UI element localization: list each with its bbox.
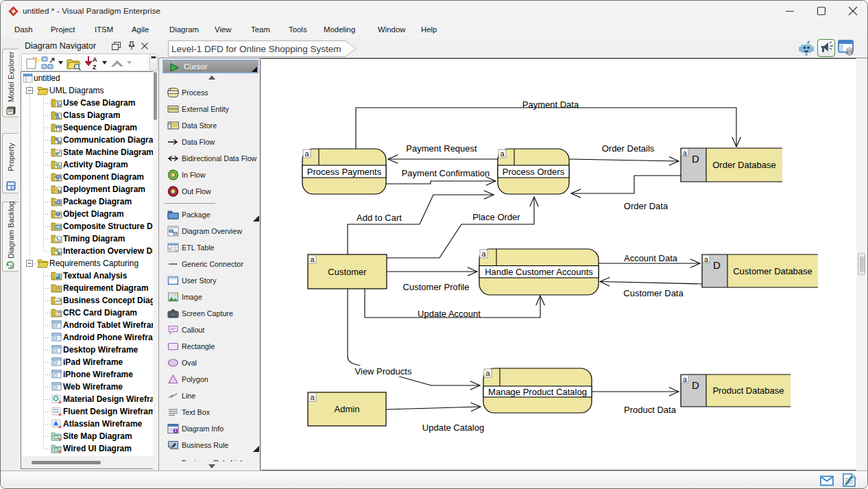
svg-text:a: a bbox=[485, 369, 490, 377]
svg-text:Order Data: Order Data bbox=[624, 201, 668, 211]
svg-text:Payment Request: Payment Request bbox=[406, 143, 477, 154]
svg-text:Z: Z bbox=[93, 64, 97, 71]
svg-text:Manage Product Catalog: Manage Product Catalog bbox=[488, 387, 587, 397]
svg-text:D: D bbox=[692, 379, 699, 391]
svg-text:Payment Data: Payment Data bbox=[522, 99, 579, 110]
svg-text:Customer Data: Customer Data bbox=[623, 288, 684, 298]
svg-text:a: a bbox=[500, 150, 505, 158]
svg-text:Process Payments: Process Payments bbox=[307, 167, 382, 177]
svg-text:Payment Confirmation: Payment Confirmation bbox=[402, 168, 490, 178]
svg-text:Update Catalog: Update Catalog bbox=[422, 422, 484, 433]
svg-text:a: a bbox=[683, 149, 687, 157]
svg-text:Customer Database: Customer Database bbox=[733, 266, 812, 276]
svg-text:Account Data: Account Data bbox=[624, 253, 678, 263]
svg-text:A: A bbox=[93, 56, 97, 63]
svg-text:a: a bbox=[304, 150, 309, 158]
svg-text:i: i bbox=[175, 428, 176, 433]
svg-text:▤: ▤ bbox=[56, 178, 59, 181]
svg-text:Process Orders: Process Orders bbox=[503, 167, 565, 177]
svg-text:a: a bbox=[310, 393, 315, 401]
svg-text:a: a bbox=[481, 250, 486, 258]
svg-text:Product Database: Product Database bbox=[712, 385, 784, 396]
svg-text:D: D bbox=[692, 153, 699, 165]
svg-text:Product Data: Product Data bbox=[624, 405, 677, 415]
svg-text:Admin: Admin bbox=[335, 404, 360, 414]
svg-text:Handle Customer Accounts: Handle Customer Accounts bbox=[485, 267, 593, 277]
svg-text:Update Account: Update Account bbox=[418, 309, 481, 319]
svg-text:Customer Profile: Customer Profile bbox=[403, 282, 470, 292]
svg-text:a: a bbox=[683, 375, 687, 383]
svg-text:Customer: Customer bbox=[328, 267, 367, 277]
svg-text:D: D bbox=[713, 259, 721, 271]
svg-text:Add to Cart: Add to Cart bbox=[357, 213, 402, 223]
svg-text:Level-1 DFD for Online Shoppin: Level-1 DFD for Online Shopping System bbox=[171, 44, 341, 54]
svg-text:a: a bbox=[704, 255, 708, 263]
svg-text:Order Details: Order Details bbox=[602, 143, 655, 154]
svg-text:View Products: View Products bbox=[355, 366, 412, 377]
svg-text:Place Order: Place Order bbox=[472, 212, 520, 222]
svg-text:a: a bbox=[310, 255, 315, 263]
svg-text:Order Database: Order Database bbox=[712, 160, 776, 170]
